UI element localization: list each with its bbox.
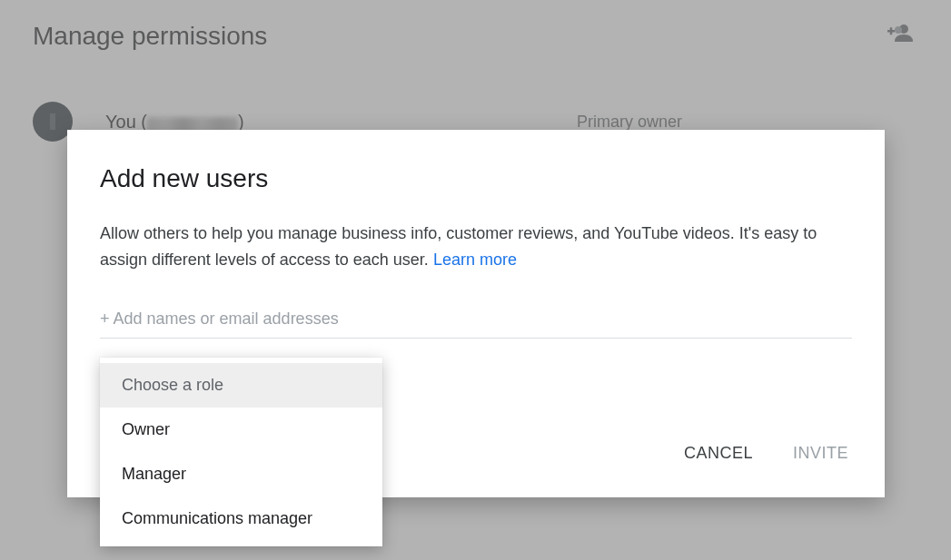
learn-more-link[interactable]: Learn more — [433, 251, 517, 269]
invite-button[interactable]: INVITE — [789, 438, 852, 468]
dialog-description: Allow others to help you manage business… — [100, 221, 852, 273]
cancel-button[interactable]: CANCEL — [680, 438, 757, 468]
role-option-communications-manager[interactable]: Communications manager — [100, 496, 382, 541]
role-dropdown: Choose a role Owner Manager Communicatio… — [100, 358, 382, 546]
role-option-placeholder: Choose a role — [100, 363, 382, 408]
input-placeholder: + Add names or email addresses — [100, 309, 339, 328]
role-option-manager[interactable]: Manager — [100, 452, 382, 496]
dialog-title: Add new users — [100, 164, 852, 193]
add-names-input[interactable]: + Add names or email addresses — [100, 309, 852, 339]
role-option-owner[interactable]: Owner — [100, 408, 382, 452]
